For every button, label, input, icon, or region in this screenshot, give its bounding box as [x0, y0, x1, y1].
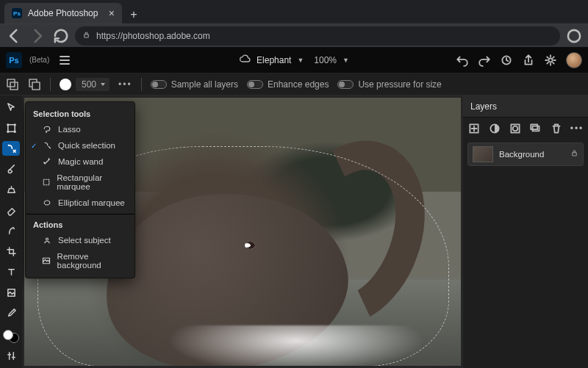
- enhance-edges-toggle[interactable]: Enhance edges: [247, 79, 329, 90]
- cloud-sync-button[interactable]: [500, 54, 513, 67]
- nav-forward-button[interactable]: [28, 26, 47, 46]
- tab-close-icon[interactable]: ×: [109, 7, 115, 19]
- cloud-icon: [239, 54, 251, 65]
- app-logo-icon[interactable]: Ps: [6, 52, 22, 68]
- move-tool[interactable]: [2, 100, 20, 115]
- options-bar: 500 ••• Sample all layers Enhance edges …: [0, 73, 588, 95]
- brush-tool[interactable]: [2, 162, 20, 176]
- eyedropper-tool[interactable]: [2, 306, 20, 320]
- redo-button[interactable]: [478, 54, 491, 67]
- remove-bg-icon: [42, 256, 51, 265]
- svg-point-17: [46, 238, 49, 240]
- toggle-label: Use pressure for size: [358, 79, 441, 90]
- tab-strip: Ps Adobe Photoshop × +: [0, 0, 588, 24]
- svg-point-13: [7, 144, 9, 145]
- flyout-item-label: Magic wand: [58, 157, 103, 166]
- flyout-item-lasso[interactable]: Lasso: [26, 121, 135, 137]
- placement-tool[interactable]: [2, 285, 20, 300]
- flyout-section-title: Selection tools: [26, 107, 135, 121]
- flyout-section-title: Actions: [26, 217, 135, 232]
- selection-mode-subtract[interactable]: [28, 78, 41, 91]
- type-tool[interactable]: [2, 264, 20, 279]
- browser-tab[interactable]: Ps Adobe Photoshop ×: [4, 3, 122, 24]
- selection-mode-group[interactable]: [6, 78, 19, 91]
- tool-column: [0, 95, 22, 368]
- tab-title: Adobe Photoshop: [28, 8, 103, 18]
- nav-reload-button[interactable]: [51, 26, 71, 46]
- svg-rect-0: [85, 34, 89, 37]
- flyout-item-quick-selection[interactable]: Quick selection: [26, 137, 135, 154]
- flyout-item-elliptical-marquee[interactable]: Elliptical marquee: [26, 195, 135, 211]
- svg-point-1: [568, 29, 580, 41]
- flyout-item-rectangular-marquee[interactable]: Rectangular marquee: [26, 170, 135, 195]
- user-avatar[interactable]: [566, 52, 582, 68]
- transform-tool[interactable]: [2, 120, 20, 135]
- svg-rect-24: [531, 124, 537, 129]
- nav-back-button[interactable]: [4, 26, 24, 46]
- delete-layer-button[interactable]: [550, 122, 563, 135]
- svg-point-22: [513, 126, 518, 131]
- svg-point-10: [14, 123, 15, 125]
- gradient-tool[interactable]: [2, 223, 20, 238]
- edit-toolbar-button[interactable]: [2, 349, 20, 364]
- selection-tools-flyout: Selection tools Lasso Quick selection Ma…: [25, 101, 135, 278]
- flyout-item-label: Select subject: [58, 236, 111, 245]
- sample-all-layers-toggle[interactable]: Sample all layers: [151, 79, 238, 90]
- lock-icon[interactable]: [570, 149, 578, 159]
- flyout-item-magic-wand[interactable]: Magic wand: [26, 154, 135, 170]
- new-tab-button[interactable]: +: [125, 6, 143, 24]
- quick-selection-icon: [42, 141, 52, 150]
- svg-rect-8: [7, 124, 14, 131]
- toggle-switch-icon: [151, 80, 167, 89]
- divider: [50, 78, 51, 91]
- svg-rect-15: [43, 179, 49, 185]
- quick-selection-tool[interactable]: [2, 141, 20, 156]
- use-pressure-toggle[interactable]: Use pressure for size: [337, 79, 441, 90]
- flyout-item-label: Remove background: [57, 252, 127, 270]
- layer-thumbnail: [473, 146, 493, 162]
- svg-rect-25: [573, 153, 577, 156]
- lock-icon: [82, 31, 90, 41]
- flyout-item-label: Quick selection: [58, 141, 115, 150]
- layers-panel-title[interactable]: Layers: [463, 95, 588, 118]
- undo-button[interactable]: [456, 54, 469, 67]
- crop-tool[interactable]: [2, 244, 20, 259]
- share-button[interactable]: [522, 54, 535, 67]
- url-text: https://photoshop.adobe.com: [96, 31, 210, 41]
- toggle-label: Sample all layers: [171, 79, 238, 90]
- layers-more-button[interactable]: •••: [570, 122, 584, 135]
- eraser-tool[interactable]: [2, 203, 20, 217]
- canvas-area[interactable]: Selection tools Lasso Quick selection Ma…: [22, 95, 463, 368]
- svg-point-9: [7, 123, 8, 125]
- lasso-icon: [42, 125, 52, 134]
- add-layer-button[interactable]: [467, 122, 481, 135]
- svg-rect-5: [10, 82, 18, 90]
- zoom-level[interactable]: 100%: [314, 55, 337, 65]
- document-title-area[interactable]: Elephant ▼ 100% ▼: [239, 54, 349, 65]
- divider: [141, 78, 142, 91]
- address-bar[interactable]: https://photoshop.adobe.com: [75, 26, 560, 46]
- layer-group-button[interactable]: [529, 122, 542, 135]
- chevron-down-icon: ▼: [343, 57, 349, 64]
- layer-row[interactable]: Background: [467, 142, 584, 166]
- clone-stamp-tool[interactable]: [2, 182, 20, 197]
- layers-panel: Layers ••• Background: [463, 95, 588, 368]
- svg-point-3: [548, 58, 552, 62]
- more-options-button[interactable]: •••: [118, 79, 132, 90]
- flyout-item-select-subject[interactable]: Select subject: [26, 232, 135, 248]
- flyout-item-remove-background[interactable]: Remove background: [26, 248, 135, 273]
- settings-button[interactable]: [544, 54, 557, 67]
- foreground-color-swatch: [3, 330, 13, 340]
- browser-chrome: Ps Adobe Photoshop × + https://photoshop…: [0, 0, 588, 47]
- add-adjustment-button[interactable]: [488, 122, 501, 135]
- color-swatches[interactable]: [3, 330, 19, 343]
- brush-size-control[interactable]: 500: [60, 78, 110, 91]
- menu-button[interactable]: [57, 52, 73, 68]
- tab-favicon-icon: Ps: [12, 8, 22, 18]
- app-bar: Ps (Beta) Elephant ▼ 100% ▼: [0, 47, 588, 73]
- brush-size-value[interactable]: 500: [76, 78, 110, 91]
- browser-menu-button[interactable]: [564, 26, 584, 46]
- toggle-switch-icon: [247, 80, 263, 89]
- toggle-switch-icon: [337, 80, 354, 89]
- add-mask-button[interactable]: [509, 122, 522, 135]
